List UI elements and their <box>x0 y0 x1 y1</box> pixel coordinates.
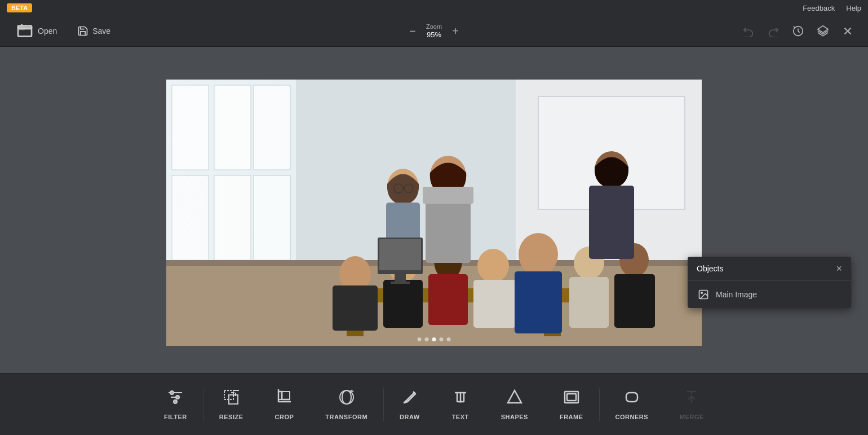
dot-2[interactable] <box>425 337 429 341</box>
filter-icon <box>166 388 184 409</box>
undo-icon <box>742 25 755 37</box>
frame-icon <box>563 388 581 409</box>
open-button[interactable]: Open <box>11 19 61 43</box>
filter-label: FILTER <box>164 414 187 420</box>
draw-icon <box>401 388 419 409</box>
objects-close-button[interactable]: × <box>836 263 842 274</box>
crop-tool[interactable]: CROP <box>259 374 310 435</box>
merge-label: MERGE <box>680 414 704 420</box>
image-dots <box>418 337 451 341</box>
dot-1[interactable] <box>418 337 422 341</box>
svg-rect-48 <box>395 274 406 283</box>
svg-point-56 <box>176 396 179 399</box>
objects-title: Objects <box>697 264 723 273</box>
open-icon <box>16 22 34 40</box>
undo-button[interactable] <box>739 22 758 40</box>
top-links: Feedback Help <box>803 4 861 12</box>
redo-button[interactable] <box>764 22 782 40</box>
beta-badge: BETA <box>7 3 32 12</box>
objects-main-image-item[interactable]: Main Image <box>688 281 851 308</box>
toolbar-left: Open Save <box>11 19 115 43</box>
main-image-icon <box>697 288 710 301</box>
svg-point-28 <box>477 249 509 283</box>
svg-point-30 <box>519 233 558 276</box>
resize-icon <box>222 388 240 409</box>
svg-point-55 <box>170 391 174 394</box>
image-container <box>166 80 702 346</box>
filter-tool[interactable]: FILTER <box>148 374 203 435</box>
image-svg <box>166 80 702 346</box>
svg-rect-27 <box>428 274 468 325</box>
draw-label: DRAW <box>400 414 420 420</box>
zoom-in-button[interactable]: + <box>449 24 462 38</box>
corners-tool[interactable]: CORNERS <box>600 374 665 435</box>
save-icon <box>77 25 88 37</box>
svg-marker-73 <box>508 390 521 403</box>
transform-icon <box>338 388 356 409</box>
layers-button[interactable] <box>814 22 832 40</box>
close-icon <box>842 25 854 37</box>
toolbar-right <box>739 22 857 40</box>
history-icon <box>792 25 804 37</box>
zoom-out-button[interactable]: − <box>406 24 419 38</box>
resize-tool[interactable]: RESIZE <box>203 374 259 435</box>
svg-rect-68 <box>278 392 290 399</box>
svg-rect-31 <box>515 271 562 333</box>
svg-point-51 <box>701 292 703 294</box>
svg-rect-25 <box>383 280 423 328</box>
frame-label: FRAME <box>560 414 583 420</box>
svg-rect-47 <box>379 239 421 270</box>
save-label: Save <box>92 27 110 36</box>
redo-icon <box>767 25 780 37</box>
crop-label: CROP <box>275 414 294 420</box>
toolbar-center: − Zoom 95% + <box>406 23 462 39</box>
transform-label: TRANSFORM <box>325 414 367 420</box>
svg-rect-75 <box>567 394 576 401</box>
svg-rect-23 <box>333 285 378 331</box>
dot-5[interactable] <box>447 337 451 341</box>
dot-4[interactable] <box>440 337 444 341</box>
svg-rect-14 <box>166 80 296 271</box>
svg-rect-33 <box>569 277 609 328</box>
history-button[interactable] <box>789 22 807 40</box>
text-label: TEXT <box>452 414 469 420</box>
svg-point-57 <box>174 400 177 403</box>
svg-rect-29 <box>473 280 516 328</box>
corners-icon <box>623 388 641 409</box>
resize-label: RESIZE <box>219 414 243 420</box>
svg-rect-38 <box>423 187 473 204</box>
merge-icon <box>683 388 701 409</box>
corners-label: CORNERS <box>615 414 649 420</box>
open-label: Open <box>38 27 57 36</box>
draw-tool[interactable]: DRAW <box>384 374 436 435</box>
svg-rect-49 <box>391 282 410 284</box>
objects-panel: Objects × Main Image <box>688 257 851 308</box>
text-icon <box>451 388 470 409</box>
beta-bar: BETA Feedback Help <box>0 0 868 16</box>
main-image[interactable] <box>166 80 702 346</box>
shapes-icon <box>506 388 524 409</box>
svg-rect-76 <box>626 393 637 402</box>
main-toolbar: Open Save − Zoom 95% + <box>0 16 868 47</box>
zoom-text: Zoom <box>426 23 442 30</box>
zoom-value: 95% <box>426 30 442 39</box>
save-button[interactable]: Save <box>73 23 115 39</box>
shapes-label: SHAPES <box>501 414 528 420</box>
bottom-toolbar: FILTER RESIZE <box>0 373 868 435</box>
merge-tool: MERGE <box>664 374 720 435</box>
canvas-area: Objects × Main Image <box>0 47 868 373</box>
frame-tool[interactable]: FRAME <box>544 374 599 435</box>
svg-rect-40 <box>589 186 634 259</box>
close-button[interactable] <box>839 22 857 40</box>
main-image-label: Main Image <box>716 290 757 299</box>
crop-icon <box>275 388 293 409</box>
layers-icon <box>817 25 829 37</box>
feedback-link[interactable]: Feedback <box>803 4 835 12</box>
transform-tool[interactable]: TRANSFORM <box>309 374 383 435</box>
help-link[interactable]: Help <box>846 4 861 12</box>
objects-panel-header: Objects × <box>688 257 851 281</box>
zoom-display: Zoom 95% <box>426 23 442 39</box>
shapes-tool[interactable]: SHAPES <box>485 374 544 435</box>
text-tool[interactable]: TEXT <box>436 374 485 435</box>
dot-3[interactable] <box>432 337 436 341</box>
